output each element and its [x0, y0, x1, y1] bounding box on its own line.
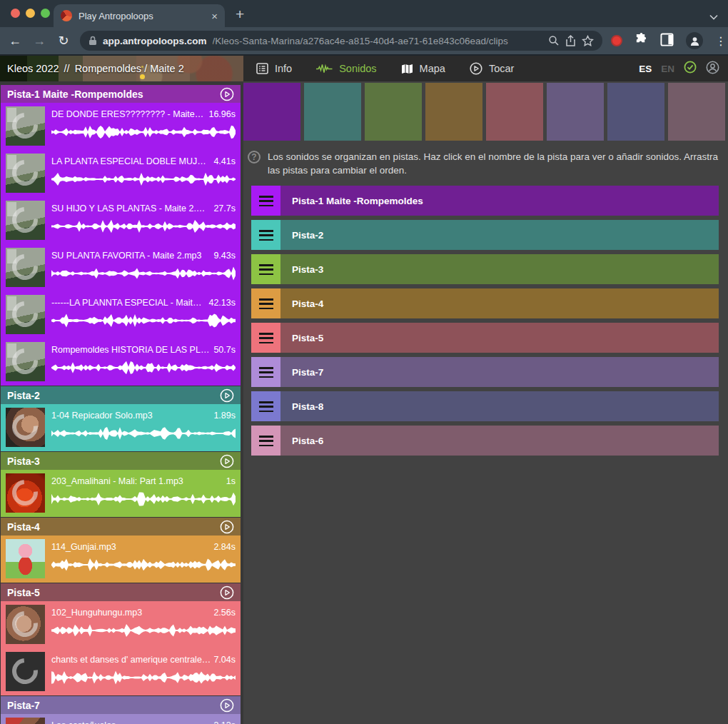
clip-item[interactable]: 1-04 Repicador Solo.mp31.89s [1, 404, 241, 451]
nav-item-mapa[interactable]: Mapa [401, 63, 445, 74]
side-panel-icon[interactable] [660, 33, 674, 49]
drag-handle[interactable] [251, 391, 280, 421]
browser-tab[interactable]: Play Antropoloops × [54, 4, 225, 27]
track-row[interactable]: Pista-4 [251, 288, 719, 318]
track-row-body[interactable]: Pista-6 [280, 426, 719, 456]
clip-duration: 1s [226, 476, 236, 486]
clip-thumbnail [6, 154, 45, 193]
nav-item-tocar[interactable]: Tocar [470, 62, 514, 75]
clip-item[interactable]: 203_Amalihani - Mali: Part 1.mp31s [1, 470, 241, 517]
lang-en-button[interactable]: EN [661, 64, 674, 74]
drag-handle[interactable] [251, 357, 280, 387]
track-row-body[interactable]: Pista-3 [280, 254, 719, 284]
zoom-window-button[interactable] [41, 9, 50, 18]
track-color-swatch [607, 83, 664, 141]
address-bar[interactable]: app.antropoloops.com /Kleos-Santa-Marina… [80, 31, 602, 51]
drag-handle[interactable] [251, 288, 280, 318]
track-row[interactable]: Pista-8 [251, 391, 719, 421]
info-list-icon [256, 63, 268, 74]
nav-item-info[interactable]: Info [256, 63, 292, 74]
track-row[interactable]: Pista-3 [251, 254, 719, 284]
clip-thumbnail [6, 342, 45, 381]
recording-extension-icon[interactable] [611, 35, 622, 46]
drag-handle[interactable] [251, 186, 280, 216]
forward-button[interactable]: → [27, 34, 51, 49]
track-name: Pista-1 Maite -Rompemoldes [7, 89, 220, 100]
track-play-button[interactable] [220, 585, 234, 600]
clip-item[interactable]: SU PLANTA FAVORITA - Maite 2.mp39.43s [1, 244, 241, 291]
track-row-body[interactable]: Pista-2 [280, 220, 719, 250]
clip-waveform [51, 266, 236, 281]
track-section: Pista-21-04 Repicador Solo.mp31.89s [1, 386, 241, 451]
track-row-body[interactable]: Pista-4 [280, 288, 719, 318]
track-row-label: Pista-3 [292, 264, 323, 275]
zoom-page-icon[interactable] [548, 35, 560, 46]
track-row-body[interactable]: Pista-5 [280, 323, 719, 353]
tab-search-chevron-icon[interactable] [709, 10, 718, 23]
track-play-button[interactable] [220, 388, 234, 403]
drag-handle-icon [259, 196, 273, 206]
extensions-puzzle-icon[interactable] [635, 33, 648, 49]
reload-button[interactable]: ↻ [51, 33, 76, 49]
track-play-button[interactable] [220, 454, 234, 468]
clip-body: SU PLANTA FAVORITA - Maite 2.mp39.43s [51, 248, 236, 291]
clip-name: Rompemoldes HISTORIA DE LAS PLANTAS... [51, 345, 211, 355]
share-icon[interactable] [565, 35, 576, 47]
track-header[interactable]: Pista-2 [1, 386, 241, 404]
clip-item[interactable]: Rompemoldes HISTORIA DE LAS PLANTAS...50… [1, 338, 241, 386]
close-tab-icon[interactable]: × [211, 11, 218, 21]
bookmark-star-icon[interactable] [582, 35, 594, 47]
track-header[interactable]: Pista-3 [1, 452, 241, 470]
clip-item[interactable]: DE DONDE ERES???????? - Maite 2.mp316.96… [1, 103, 241, 150]
clip-title-line: 1-04 Repicador Solo.mp31.89s [51, 411, 236, 421]
clip-duration: 42.13s [208, 298, 236, 308]
clip-item[interactable]: chants et danses d' amerique centrale - … [1, 648, 241, 695]
nav-item-sonidos[interactable]: Sonidos [316, 63, 376, 74]
browser-menu-icon[interactable]: ⋮ [715, 34, 727, 48]
clip-item[interactable]: SU HIJO Y LAS PLANTAS - Maite 2.mp327.7s [1, 197, 241, 244]
clip-thumbnail [6, 718, 45, 724]
clip-item[interactable]: Las castañuelas3.13s [1, 714, 241, 724]
track-color-swatch [304, 83, 361, 141]
clip-waveform [51, 171, 236, 187]
track-row[interactable]: Pista-2 [251, 220, 719, 250]
track-row[interactable]: Pista-1 Maite -Rompemoldes [251, 186, 719, 216]
track-header[interactable]: Pista-7 [1, 696, 241, 714]
track-row[interactable]: Pista-7 [251, 357, 719, 387]
drag-handle[interactable] [251, 220, 280, 250]
site-favicon [61, 10, 72, 21]
track-row-body[interactable]: Pista-7 [280, 357, 719, 387]
drag-handle[interactable] [251, 426, 280, 456]
lock-icon[interactable] [89, 36, 97, 46]
track-header[interactable]: Pista-1 Maite -Rompemoldes [1, 85, 241, 103]
track-section: Pista-3203_Amalihani - Mali: Part 1.mp31… [1, 452, 241, 517]
drag-handle[interactable] [251, 323, 280, 353]
track-row-body[interactable]: Pista-1 Maite -Rompemoldes [280, 186, 719, 216]
clip-item[interactable]: 102_Hunguhungu.mp32.56s [1, 601, 241, 648]
back-button[interactable]: ← [3, 34, 27, 49]
track-row-label: Pista-1 Maite -Rompemoldes [292, 196, 423, 206]
close-window-button[interactable] [11, 9, 20, 18]
clip-duration: 2.56s [213, 608, 236, 618]
track-play-button[interactable] [220, 520, 234, 534]
minimize-window-button[interactable] [26, 9, 35, 18]
new-tab-button[interactable]: + [236, 6, 244, 23]
macos-window-controls[interactable] [11, 9, 50, 18]
drag-handle-icon [259, 367, 273, 378]
track-row-body[interactable]: Pista-8 [280, 391, 719, 421]
track-row-label: Pista-8 [292, 401, 323, 412]
track-play-button[interactable] [220, 87, 234, 101]
track-row[interactable]: Pista-6 [251, 426, 719, 456]
track-header[interactable]: Pista-4 [1, 518, 241, 536]
clip-item[interactable]: 114_Gunjai.mp32.84s [1, 536, 241, 583]
map-icon [401, 64, 413, 74]
track-header[interactable]: Pista-5 [1, 583, 241, 601]
clip-item[interactable]: ------LA PLANNTA ESPECIAL - Maite 2.mp34… [1, 291, 241, 338]
lang-es-button[interactable]: ES [639, 64, 652, 74]
profile-avatar[interactable] [686, 32, 703, 49]
track-row[interactable]: Pista-5 [251, 323, 719, 353]
account-icon[interactable] [706, 61, 719, 77]
clip-item[interactable]: LA PLANTA ESPECIAL DOBLE MUJER - Mai...4… [1, 150, 241, 197]
track-play-button[interactable] [220, 698, 234, 713]
drag-handle[interactable] [251, 254, 280, 284]
